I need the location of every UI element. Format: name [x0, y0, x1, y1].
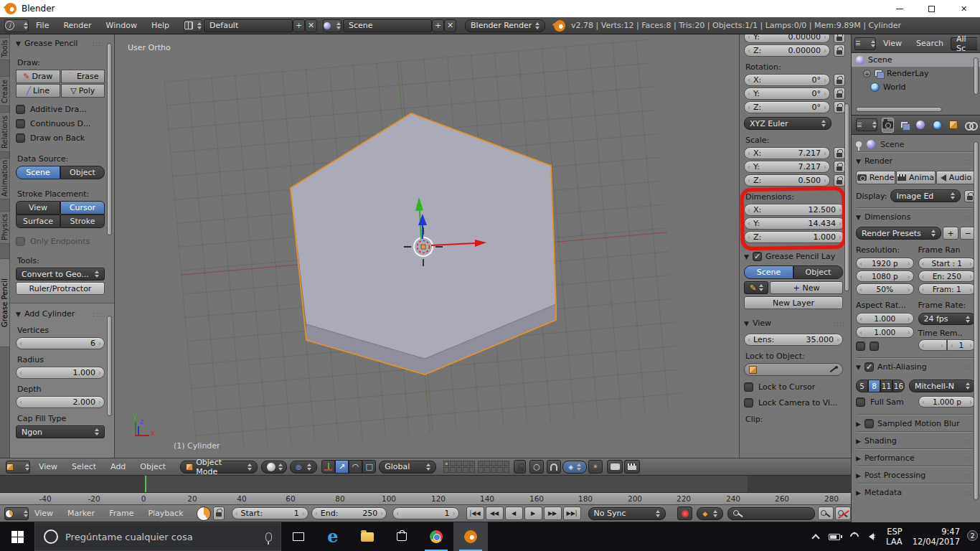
delete-scene-button[interactable]: ✕ — [444, 19, 456, 32]
tab-render-layers[interactable] — [898, 118, 910, 133]
tray-expand-chevron-icon[interactable] — [812, 534, 820, 542]
npanel-scrollbar[interactable] — [844, 103, 849, 291]
cap-fill-dropdown[interactable]: Ngon — [16, 425, 105, 438]
blender-taskbar-button[interactable] — [453, 522, 488, 551]
start-button[interactable] — [0, 522, 34, 551]
line-button[interactable]: ╱Line — [16, 84, 60, 98]
lock-icon-button[interactable] — [834, 88, 845, 100]
snap-element-dropdown[interactable]: ◈ — [562, 461, 587, 474]
gp-layers-panel-header[interactable]: ▼ Grease Pencil Lay — [744, 252, 845, 261]
tab-tools[interactable]: Tools — [0, 37, 10, 60]
gp-layers-checkbox[interactable] — [753, 252, 762, 261]
operator-panel-scrollbar[interactable] — [107, 316, 112, 416]
panel-drag-handle[interactable] — [93, 311, 105, 318]
properties-editor-selector[interactable]: ☰ — [856, 118, 877, 131]
erase-button[interactable]: ⌒Erase — [61, 70, 105, 83]
add-layout-button[interactable]: + — [293, 19, 305, 32]
data-source-object-toggle[interactable]: Object — [60, 166, 105, 179]
delete-keyframe-button[interactable] — [835, 507, 851, 520]
scale-x-field[interactable]: X:7.217 — [744, 147, 830, 159]
outliner-vscrollbar[interactable] — [974, 57, 979, 95]
add-cylinder-panel-header[interactable]: ▼ Add Cylinder — [16, 309, 105, 319]
lock-icon-button[interactable] — [834, 34, 845, 43]
shading-dropdown[interactable] — [261, 461, 287, 474]
manipulator-axes-toggle[interactable] — [321, 460, 335, 474]
screen-layout-icon-button[interactable] — [184, 19, 202, 32]
new-layer-button[interactable]: New Layer — [744, 296, 843, 309]
aspect-x-field[interactable]: 1.000 — [856, 313, 914, 324]
pivot-dropdown[interactable]: ◎ — [290, 461, 317, 474]
add-preset-button[interactable]: + — [943, 227, 958, 240]
lock-icon-button[interactable] — [834, 174, 845, 187]
panel-drag-handle[interactable] — [834, 320, 845, 327]
radius-slider[interactable]: 1.000 — [16, 367, 105, 379]
draw-on-back-checkbox-row[interactable]: Draw on Back — [16, 133, 104, 143]
translate-manipulator-toggle[interactable]: ↗ — [335, 460, 349, 474]
tab-create[interactable]: Create — [0, 76, 10, 106]
render-engine-dropdown[interactable]: Blender Render — [465, 19, 545, 32]
menu-help[interactable]: Help — [151, 21, 169, 30]
properties-scrollbar[interactable] — [974, 141, 979, 500]
aa-samples-5[interactable]: 5 — [856, 380, 868, 392]
cortana-search-box[interactable]: Pregúntame cualquier cosa — [34, 522, 281, 551]
opengl-anim-button[interactable] — [624, 460, 640, 474]
rotation-y-field[interactable]: Y:0° — [744, 88, 830, 100]
maximize-button[interactable] — [915, 0, 948, 17]
tab-grease-pencil[interactable]: Grease Pencil — [0, 258, 10, 347]
panel-drag-handle[interactable] — [93, 40, 104, 47]
checkbox[interactable] — [16, 133, 25, 143]
dimension-x-field[interactable]: X:12.500 — [744, 204, 845, 216]
screen-layout-field[interactable]: Default — [204, 19, 293, 32]
viewport-menu-add[interactable]: Add — [110, 462, 126, 471]
opengl-render-button[interactable] — [607, 460, 623, 474]
tab-constraints[interactable] — [963, 118, 976, 133]
gp-scene-toggle[interactable]: Scene — [744, 265, 793, 279]
render-animation-button[interactable]: Anima — [896, 171, 936, 184]
outliner-hscrollbar[interactable] — [856, 107, 942, 112]
aspect-y-field[interactable]: 1.000 — [856, 326, 914, 338]
aa-filter-dropdown[interactable]: Mitchell-N — [909, 380, 976, 392]
edge-taskbar-button[interactable]: e — [316, 522, 350, 551]
chrome-button[interactable] — [419, 522, 453, 551]
resolution-x-field[interactable]: 1920 p — [856, 258, 914, 269]
sampled-motion-blur-header[interactable]: ▶ Sampled Motion Blur — [856, 415, 976, 432]
location-y-field[interactable]: Y:0.00000 — [744, 34, 830, 43]
outliner-menu-search[interactable]: Search — [916, 39, 943, 48]
border-checkbox[interactable] — [856, 342, 865, 351]
editor-type-selector[interactable]: i — [4, 19, 29, 32]
metadata-panel-header[interactable]: ▶ Metadata — [856, 484, 976, 501]
rotate-manipulator-toggle[interactable]: ◠ — [349, 460, 362, 474]
timeline-ruler[interactable]: -40 -20 0 20 40 60 80 100 120 140 160 18… — [0, 492, 851, 504]
scene-icon-button[interactable] — [323, 19, 341, 32]
outliner-item-world[interactable]: World — [852, 80, 980, 94]
lock-to-cursor-row[interactable]: Lock to Cursor — [744, 382, 845, 392]
frame-start-field[interactable]: Start:1 — [232, 507, 308, 519]
checkbox[interactable] — [744, 382, 753, 392]
crop-checkbox[interactable] — [870, 342, 879, 351]
play-reverse-button[interactable]: ◀ — [505, 507, 523, 520]
resolution-y-field[interactable]: 1080 p — [856, 270, 914, 282]
layers-group-1[interactable] — [443, 461, 475, 473]
keying-set-field[interactable] — [727, 507, 815, 520]
outliner-editor-selector[interactable]: ☰ — [854, 37, 876, 50]
snap-toggle-button[interactable] — [547, 460, 561, 474]
menu-file[interactable]: File — [36, 21, 49, 30]
tab-object[interactable] — [947, 118, 959, 133]
placement-view-toggle[interactable]: View — [16, 201, 60, 215]
tab-animation[interactable]: Animation — [0, 158, 10, 199]
clock-date[interactable]: 9:47 12/04/2017 — [913, 527, 960, 547]
battery-icon[interactable] — [829, 534, 840, 540]
tab-world[interactable] — [931, 118, 943, 133]
lock-icon-button[interactable] — [834, 147, 845, 159]
aa-samples-8[interactable]: 8 — [868, 380, 880, 392]
display-mode-dropdown[interactable]: Image Ed — [890, 189, 961, 202]
checkbox[interactable] — [744, 398, 753, 408]
timeline-editor-selector[interactable] — [4, 507, 29, 520]
keying-mode-dropdown[interactable]: ◆ — [697, 507, 723, 520]
scale-z-field[interactable]: Z:0.500 — [744, 174, 830, 187]
aa-samples-16[interactable]: 16 — [892, 380, 905, 392]
anti-aliasing-panel-header[interactable]: ▼ Anti-Aliasing — [856, 358, 976, 375]
frame-end-field[interactable]: En: 250 — [918, 270, 976, 282]
post-processing-panel-header[interactable]: ▶ Post Processing — [856, 466, 976, 484]
eyedropper-icon[interactable] — [829, 365, 838, 375]
